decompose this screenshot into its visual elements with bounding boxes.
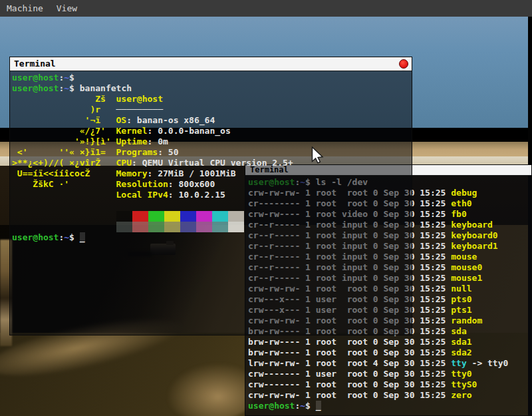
terminal-text-segment: mouse1: [451, 273, 482, 283]
terminal-text-segment: '»!}[ì': [12, 136, 116, 146]
palette-swatch: [132, 222, 148, 232]
terminal-text-segment: sda: [451, 326, 466, 336]
terminal-line: '¬ï OS: banan-os x86_64: [12, 115, 412, 126]
terminal-text-segment: tty0: [451, 369, 471, 379]
terminal-line: crw-rw-rw- 1 root root 0 Sep 30 15:25 ze…: [248, 390, 531, 401]
terminal-text-segment: user@host: [12, 232, 59, 242]
terminal-text-segment: Kernel: [116, 126, 148, 136]
palette-swatch: [180, 211, 196, 222]
mouse-cursor-icon: [311, 146, 324, 164]
terminal-text-segment: $: [69, 83, 74, 93]
palette-swatch: [196, 211, 212, 222]
menu-item-machine[interactable]: Machine: [0, 0, 50, 17]
front-terminal-title: Terminal: [14, 59, 56, 69]
terminal-window-front[interactable]: Terminal user@host:~$user@host:~$ bananf…: [9, 57, 412, 335]
terminal-text-segment: : 0.0.0-banan_os: [148, 126, 231, 136]
terminal-text-segment: [12, 190, 116, 200]
terminal-text-segment: crw------- 1 user root 0 Sep 30 15:25: [248, 369, 451, 379]
palette-swatch: [164, 222, 180, 232]
terminal-text-segment: Uptime: [116, 136, 148, 146]
terminal-line: <' ''« ×}ï1= Programs: 50: [12, 147, 412, 158]
terminal-text-segment: ~: [64, 232, 69, 242]
terminal-text-segment: user@host: [116, 94, 163, 104]
front-terminal-titlebar[interactable]: Terminal: [10, 57, 412, 71]
terminal-text-segment: keyboard0: [451, 230, 497, 240]
terminal-text-segment: Resolution: [116, 179, 168, 189]
palette-swatch: [180, 222, 196, 232]
terminal-text-segment: -> tty0: [467, 358, 509, 368]
terminal-text-segment: debug: [451, 188, 477, 198]
terminal-text-segment: )r: [12, 104, 116, 114]
terminal-text-segment: lrw-rw-rw- 1 root root 4 Sep 30 15:25: [248, 358, 451, 368]
terminal-text-segment: mouse0: [451, 262, 482, 272]
terminal-text-segment: user@host: [12, 73, 59, 83]
terminal-text-segment: : 27MiB / 1001MiB: [148, 168, 236, 178]
color-palette-row: [12, 211, 412, 222]
terminal-line: user@host:~$ bananfetch: [12, 83, 412, 94]
terminal-line: «/¿7' Kernel: 0.0.0-banan_os: [12, 126, 412, 136]
terminal-line: crw------- 1 user root 0 Sep 30 15:25 tt…: [248, 369, 531, 379]
palette-swatch: [228, 211, 244, 222]
close-button-icon[interactable]: [399, 59, 408, 69]
terminal-text-segment: tty: [451, 358, 466, 368]
wallpaper-sand-corner: [166, 363, 253, 416]
terminal-text-segment: ŽškC ·': [12, 179, 116, 189]
menu-item-view[interactable]: View: [50, 0, 84, 17]
palette-swatch: [212, 211, 228, 222]
palette-swatch: [116, 222, 132, 232]
terminal-text-segment: ~: [64, 83, 69, 93]
palette-swatch: [164, 211, 180, 222]
terminal-text-segment: ─────────: [116, 104, 163, 114]
terminal-text-segment: bananfetch: [74, 83, 132, 93]
terminal-text-segment: pts0: [451, 294, 471, 304]
terminal-text-segment: brw-rw---- 1 root root 0 Sep 30 15:25: [248, 337, 451, 347]
terminal-line: user@host:~$: [12, 73, 412, 83]
terminal-text-segment: : 0m: [148, 136, 168, 146]
terminal-text-segment: : banan-os x86_64: [126, 115, 215, 125]
terminal-text-segment: sda2: [451, 347, 471, 357]
terminal-text-segment: $: [69, 73, 74, 83]
terminal-text-segment: keyboard1: [451, 241, 497, 251]
terminal-text-segment: CPU: [116, 158, 132, 168]
terminal-text-segment: _: [316, 401, 321, 411]
terminal-text-segment: <' ''« ×}ï1=: [12, 147, 116, 157]
color-palette-row: [12, 222, 412, 232]
terminal-text-segment: : 800x600: [168, 179, 215, 189]
terminal-text-segment: mouse: [451, 252, 477, 262]
terminal-line: [12, 200, 412, 211]
terminal-text-segment: Zš: [12, 94, 116, 104]
palette-swatch: [148, 211, 164, 222]
terminal-text-segment: «/¿7': [12, 126, 116, 136]
terminal-line: brw-rw---- 1 root root 0 Sep 30 15:25 sd…: [248, 347, 531, 358]
terminal-text-segment: _: [80, 232, 85, 242]
terminal-line: '»!}[ì' Uptime: 0m: [12, 136, 412, 147]
terminal-text-segment: ~: [300, 401, 305, 411]
terminal-line: user@host:~$ _: [248, 401, 531, 411]
front-terminal-body[interactable]: user@host:~$user@host:~$ bananfetch Zš u…: [10, 71, 412, 335]
terminal-text-segment: pts1: [451, 305, 471, 315]
terminal-text-segment: random: [451, 315, 482, 325]
palette-swatch: [132, 211, 148, 222]
terminal-text-segment: Programs: [116, 147, 158, 157]
terminal-text-segment: : 10.0.2.15: [168, 190, 225, 200]
terminal-line: Zš user@host: [12, 94, 412, 104]
palette-swatch: [116, 211, 132, 222]
vm-screen: Machine View Terminal user@host:~$ ls -l…: [0, 0, 532, 416]
palette-swatch: [212, 222, 228, 232]
terminal-text-segment: OS: [116, 115, 127, 125]
terminal-text-segment: : 50: [158, 147, 178, 157]
terminal-text-segment: U==íï<<ííîcocŽ: [12, 168, 116, 178]
terminal-text-segment: crw------- 1 root root 0 Sep 30 15:25: [248, 379, 451, 389]
terminal-text-segment: fb0: [451, 209, 466, 219]
terminal-text-segment: null: [451, 284, 471, 294]
terminal-line: brw-rw---- 1 root root 0 Sep 30 15:25 sd…: [248, 337, 531, 347]
terminal-line: lrw-rw-rw- 1 root root 4 Sep 30 15:25 tt…: [248, 358, 531, 369]
menu-bar: Machine View: [0, 0, 532, 17]
terminal-line: U==íï<<ííîcocŽ Memory: 27MiB / 1001MiB: [12, 168, 412, 179]
terminal-text-segment: ttyS0: [451, 379, 477, 389]
terminal-text-segment: : QEMU Virtual CPU version 2.5+: [132, 158, 293, 168]
palette-swatch: [148, 222, 164, 232]
terminal-text-segment: brw-rw---- 1 root root 0 Sep 30 15:25: [248, 347, 451, 357]
terminal-text-segment: eth0: [451, 198, 471, 208]
terminal-text-segment: zero: [451, 390, 471, 400]
